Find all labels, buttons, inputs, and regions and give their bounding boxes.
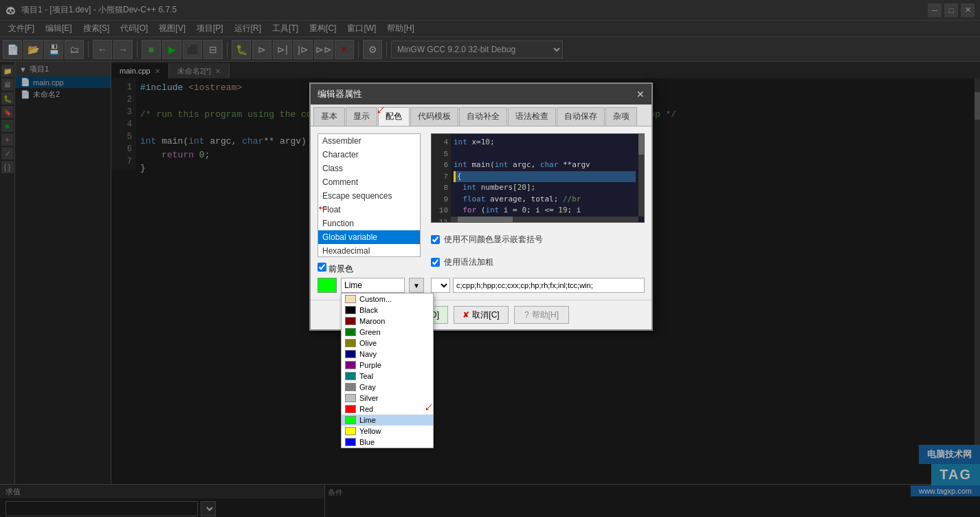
color-label-red: Red [359, 405, 373, 413]
syntax-bold-label: 使用语法加粗 [444, 256, 493, 268]
color-dropdown: Custom... Black Maroon [341, 293, 434, 448]
color-option-blue[interactable]: Blue [342, 437, 433, 448]
dialog-title-text: 编辑器属性 [318, 88, 362, 100]
color-option-teal[interactable]: Teal [342, 371, 433, 382]
swatch-custom [345, 295, 356, 303]
swatch-green [345, 328, 356, 336]
color-label-custom: Custom... [359, 295, 392, 303]
preview-scrollbar-v-thumb [638, 134, 644, 155]
editor-properties-dialog: 编辑器属性 ✕ 基本 显示 配色 代码模板 自动补全 语法检查 自动保存 杂项 … [309, 82, 653, 331]
color-dropdown-arrow[interactable]: ▼ [409, 278, 424, 293]
syntax-bold-row: 使用语法加粗 [431, 256, 645, 268]
color-option-custom[interactable]: Custom... [342, 294, 433, 305]
color-option-navy[interactable]: Navy [342, 349, 433, 360]
type-character[interactable]: Character [318, 148, 420, 162]
type-function[interactable]: Function [318, 217, 420, 230]
dialog-tab-misc[interactable]: 杂项 [605, 107, 637, 126]
help-label: 帮助[H] [532, 309, 559, 321]
swatch-yellow [345, 427, 356, 435]
color-option-silver[interactable]: Silver [342, 393, 433, 404]
type-list-container: Assembler Character Class Comment Escape… [318, 133, 424, 293]
bracket-colors-checkbox[interactable] [431, 235, 440, 244]
bracket-colors-row: 使用不同颜色显示嵌套括号 [431, 234, 645, 245]
swatch-red [345, 405, 356, 413]
color-select-value: Lime [344, 280, 362, 290]
preview-line-nums: 456789101112131415161718 [432, 134, 451, 222]
swatch-olive [345, 339, 356, 347]
dialog-tab-template[interactable]: 代码模板 [410, 107, 458, 126]
foreground-checkbox[interactable] [318, 263, 326, 272]
swatch-teal [345, 372, 356, 380]
dialog-tab-display[interactable]: 显示 [346, 107, 377, 126]
cancel-icon: ✘ [463, 310, 469, 320]
color-option-purple[interactable]: Purple [342, 360, 433, 371]
color-label-blue: Blue [359, 438, 375, 446]
help-icon: ? [524, 310, 529, 320]
dialog-tab-autosave[interactable]: 自动保存 [557, 107, 605, 126]
syntax-bold-checkbox[interactable] [431, 258, 440, 267]
preview-code-lines: int x=10; int main(int argc, char **argv… [451, 134, 638, 217]
dialog-cancel-button[interactable]: ✘ 取消[C] [454, 306, 509, 324]
type-escape[interactable]: Escape sequences [318, 189, 420, 203]
color-option-olive[interactable]: Olive [342, 338, 433, 349]
dialog-help-button[interactable]: ? 帮助[H] [514, 306, 569, 324]
dialog-tab-color[interactable]: 配色 [378, 107, 410, 126]
color-option-green[interactable]: Green [342, 327, 433, 338]
type-global-var[interactable]: Global variable [318, 230, 420, 244]
ext-input[interactable] [453, 278, 645, 293]
color-section: 前景色 Lime Custom... [318, 263, 424, 293]
type-float[interactable]: Float [318, 203, 420, 217]
swatch-maroon [345, 317, 356, 325]
type-assembler[interactable]: Assembler [318, 134, 420, 148]
color-select-container: Lime Custom... Black [341, 278, 405, 293]
dialog-tab-basic[interactable]: 基本 [313, 107, 345, 126]
type-list[interactable]: Assembler Character Class Comment Escape… [318, 133, 421, 257]
cancel-label: 取消[C] [472, 309, 499, 321]
color-option-yellow[interactable]: Yellow [342, 426, 433, 437]
type-class[interactable]: Class [318, 162, 420, 175]
color-label-silver: Silver [359, 394, 379, 402]
color-select-display[interactable]: Lime [341, 278, 405, 293]
color-label-maroon: Maroon [359, 317, 385, 325]
color-label-green: Green [359, 328, 381, 336]
swatch-purple [345, 361, 356, 369]
color-label-yellow: Yellow [359, 427, 381, 435]
color-option-black[interactable]: Black [342, 305, 433, 316]
type-comment[interactable]: Comment [318, 175, 420, 189]
color-label-navy: Navy [359, 350, 377, 358]
dialog-tab-autocomplete[interactable]: 自动补全 [459, 107, 507, 126]
color-label-purple: Purple [359, 361, 381, 369]
color-option-maroon[interactable]: Maroon [342, 316, 433, 327]
foreground-label: 前景色 [318, 263, 424, 275]
bracket-colors-label: 使用不同颜色显示嵌套括号 [444, 234, 543, 245]
code-preview: 456789101112131415161718 int x=10; int m… [431, 133, 645, 223]
dialog-close-button[interactable]: ✕ [636, 89, 645, 100]
swatch-gray [345, 383, 356, 391]
dialog-content: Assembler Character Class Comment Escape… [318, 133, 645, 293]
color-option-lime[interactable]: Lime [342, 415, 433, 426]
dialog-tab-syntax[interactable]: 语法检查 [508, 107, 556, 126]
preview-scrollbar-h-thumb [458, 217, 513, 222]
dialog-tab-bar: 基本 显示 配色 代码模板 自动补全 语法检查 自动保存 杂项 [311, 104, 652, 126]
color-dropdown-row: Lime Custom... Black [318, 278, 424, 293]
foreground-text: 前景色 [328, 264, 353, 274]
dialog-body: Assembler Character Class Comment Escape… [311, 126, 652, 300]
preview-scrollbar-v[interactable] [638, 134, 644, 217]
swatch-navy [345, 350, 356, 358]
ext-combo[interactable] [431, 278, 450, 293]
swatch-blue [345, 438, 356, 446]
right-panel: 456789101112131415161718 int x=10; int m… [431, 133, 645, 293]
color-label-gray: Gray [359, 383, 376, 391]
preview-scrollbar-h[interactable] [451, 217, 638, 222]
color-label-olive: Olive [359, 339, 377, 347]
ext-row [431, 278, 645, 293]
swatch-black [345, 306, 356, 314]
type-hexadecimal[interactable]: Hexadecimal [318, 244, 420, 257]
dialog-title-bar: 编辑器属性 ✕ [311, 84, 652, 104]
color-option-gray[interactable]: Gray [342, 382, 433, 393]
color-option-red[interactable]: Red [342, 404, 433, 415]
color-label-black: Black [359, 306, 378, 314]
swatch-lime [345, 416, 356, 424]
color-label-teal: Teal [359, 372, 373, 380]
color-label-lime: Lime [359, 416, 376, 424]
